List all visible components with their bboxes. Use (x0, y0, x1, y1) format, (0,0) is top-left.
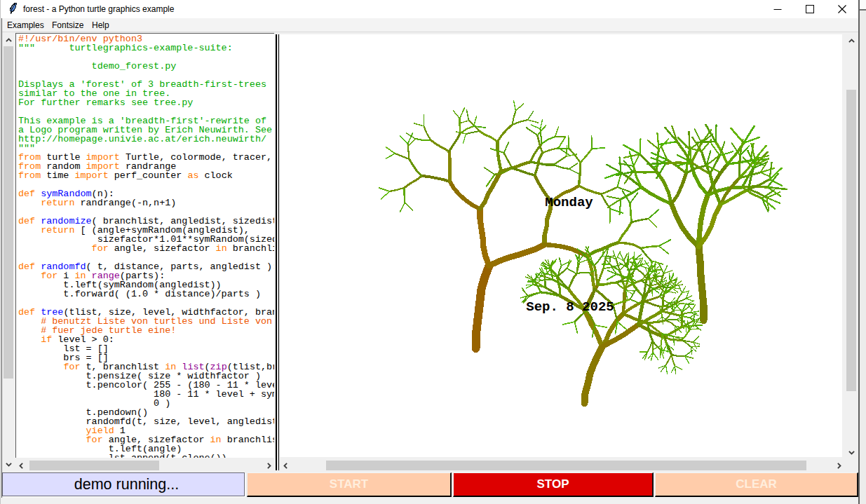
tree-branch (576, 273, 588, 273)
scrollbar-thumb[interactable] (29, 461, 159, 470)
tree-branch (618, 222, 631, 243)
scroll-arrow[interactable] (263, 460, 275, 471)
tree-branch (648, 210, 658, 219)
tree-branch (415, 139, 431, 140)
scrollbar-thumb[interactable] (4, 46, 13, 379)
turtle-canvas[interactable]: MondaySep. 8 2025 (280, 34, 843, 457)
scroll-arrow[interactable] (3, 34, 14, 46)
scroll-arrow[interactable] (3, 458, 14, 470)
menu-help[interactable]: Help (92, 20, 109, 30)
maximize-button[interactable] (794, 0, 826, 18)
tree-branch (654, 266, 660, 270)
canvas-vertical-scrollbar[interactable] (846, 35, 857, 458)
stop-button[interactable]: STOP (453, 472, 654, 497)
code-token: in (210, 435, 222, 445)
tree-branch (512, 120, 527, 125)
scroll-arrow[interactable] (15, 460, 27, 471)
code-token: in (216, 243, 227, 254)
tree-branch (579, 186, 601, 194)
tree-branch (607, 196, 621, 199)
background-window-edge (858, 0, 866, 504)
scrollbar-thumb[interactable] (846, 90, 856, 391)
tree-branch (640, 266, 648, 268)
tree-branch (653, 353, 658, 360)
menu-examples[interactable]: Examples (7, 20, 44, 30)
tree-branch (449, 133, 460, 151)
scroll-down-icon (848, 449, 855, 456)
scrollbar-thumb[interactable] (326, 461, 806, 470)
code-line: lst.append(t.clone()) (18, 454, 274, 458)
code-token: clock (198, 170, 232, 181)
code-line: tdemo_forest.py (18, 62, 274, 71)
code-line: from time import perf_counter as clock (18, 171, 274, 180)
start-button[interactable]: START (247, 472, 452, 497)
tree-branch (584, 310, 602, 347)
tree-branch (404, 176, 421, 188)
code-horizontal-scrollbar[interactable] (15, 460, 275, 471)
canvas-horizontal-scrollbar[interactable] (280, 460, 845, 471)
tree-branch (671, 204, 698, 247)
clear-button[interactable]: CLEAR (655, 472, 858, 497)
tree-branch (584, 347, 602, 403)
tree-branch (671, 355, 675, 366)
window-right-border (858, 0, 860, 504)
tree-branch (379, 188, 389, 191)
code-line: """ turtlegraphics-example-suite: (18, 43, 274, 53)
tree-branch (459, 121, 468, 123)
tree-branch (675, 366, 682, 369)
tree-branch (566, 146, 567, 156)
tree-branch (690, 147, 691, 162)
scroll-arrow[interactable] (846, 447, 857, 458)
tree-branch (654, 261, 655, 270)
tree-branch (660, 350, 661, 357)
tree-branch (618, 243, 640, 248)
tree-branch (484, 168, 494, 175)
tree-branch (526, 128, 537, 135)
tree-branch (689, 132, 689, 149)
tree-branch (671, 366, 675, 372)
menu-fontsize[interactable]: Fontsize (52, 20, 83, 30)
tree-branch (630, 203, 631, 222)
tree-branch (561, 262, 568, 266)
scroll-arrow[interactable] (280, 460, 292, 471)
close-button[interactable] (827, 0, 858, 18)
scroll-arrow[interactable] (846, 35, 857, 47)
code-token: return (41, 198, 74, 208)
tree-branch (628, 259, 628, 268)
tree-branch (601, 187, 617, 194)
tree-branch (531, 125, 540, 129)
tree-branch (658, 240, 670, 246)
tree-branch (662, 317, 663, 324)
tree-branch (512, 168, 534, 175)
tree-branch (400, 136, 407, 144)
code-token: import (74, 170, 108, 181)
tree-branch (489, 245, 544, 266)
tree-branch (619, 157, 621, 172)
window-title: forest - a Python turtle graphics exampl… (23, 4, 174, 14)
tree-branch (555, 127, 558, 137)
tree-branch (698, 247, 703, 320)
tree-branch (668, 292, 675, 293)
title-bar: forest - a Python turtle graphics exampl… (1, 0, 860, 18)
status-label: demo running... (2, 472, 245, 496)
canvas-text: Monday (545, 195, 593, 210)
tree-branch (512, 111, 515, 125)
code-vertical-scrollbar[interactable] (3, 34, 14, 470)
code-editor[interactable]: #!/usr/bin/env python3""" turtlegraphics… (15, 33, 274, 458)
code-token: branchlist: (222, 435, 274, 445)
tree-branch (731, 128, 743, 143)
tree-branch (691, 346, 699, 347)
scroll-arrow[interactable] (833, 460, 845, 471)
close-icon (838, 5, 846, 13)
tree-branch (473, 116, 476, 126)
code-token: as (187, 170, 198, 181)
status-text: demo running... (74, 476, 179, 493)
tree-branch (591, 136, 592, 149)
scroll-right-icon (836, 463, 842, 469)
tree-branch (569, 169, 579, 174)
tree-branch (766, 198, 780, 203)
minimize-button[interactable] (762, 0, 794, 18)
tree-branch (395, 154, 409, 159)
tree-branch (715, 125, 716, 142)
tree-branch (631, 219, 648, 222)
